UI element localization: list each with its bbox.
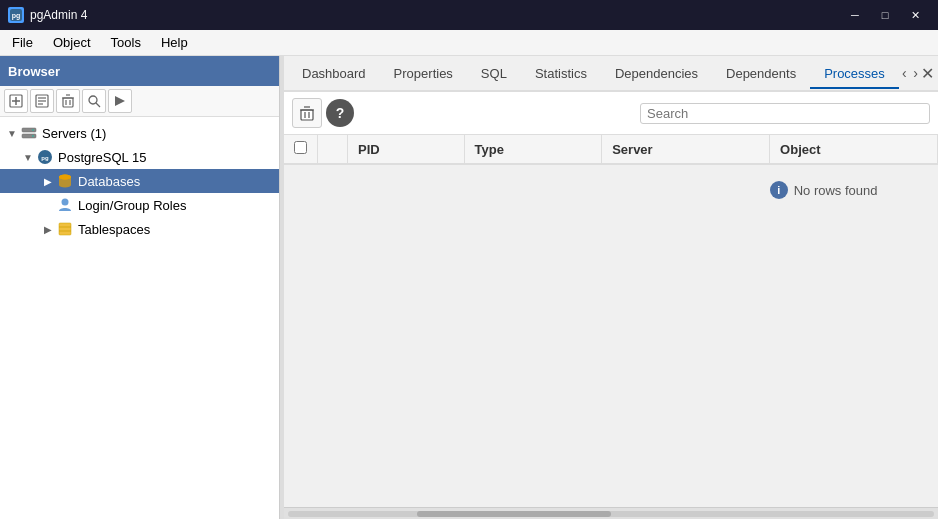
search-input[interactable] (647, 106, 923, 121)
search-button[interactable] (82, 89, 106, 113)
tree-databases[interactable]: ▶ Databases (0, 169, 279, 193)
minimize-button[interactable]: ─ (840, 0, 870, 30)
close-button[interactable]: ✕ (900, 0, 930, 30)
databases-icon (56, 172, 74, 190)
chevron-down-icon-pg: ▼ (20, 152, 36, 163)
tree-postgresql[interactable]: ▼ pg PostgreSQL 15 (0, 145, 279, 169)
col-type: Type (464, 135, 602, 164)
right-panel: Dashboard Properties SQL Statistics Depe… (284, 56, 938, 519)
app-title: pgAdmin 4 (30, 8, 87, 22)
menu-tools[interactable]: Tools (103, 33, 149, 52)
chevron-down-icon: ▼ (4, 128, 20, 139)
postgresql-label: PostgreSQL 15 (58, 150, 146, 165)
delete-object-button[interactable] (56, 89, 80, 113)
sidebar-toolbar (0, 86, 279, 117)
tree-servers[interactable]: ▼ Servers (1) (0, 121, 279, 145)
tab-statistics[interactable]: Statistics (521, 60, 601, 89)
table-header-row: PID Type Server Object (284, 135, 938, 164)
servers-icon (20, 124, 38, 142)
delete-row-button[interactable] (292, 98, 322, 128)
menu-object[interactable]: Object (45, 33, 99, 52)
tab-dependents[interactable]: Dependents (712, 60, 810, 89)
search-box (640, 103, 930, 124)
tab-processes[interactable]: Processes (810, 60, 899, 89)
horizontal-scrollbar[interactable] (284, 507, 938, 519)
processes-table: PID Type Server Object i No rows found (284, 135, 938, 215)
col-checkbox (284, 135, 318, 164)
col-action (318, 135, 348, 164)
window-controls: ─ □ ✕ (840, 0, 930, 30)
table-area: PID Type Server Object i No rows found (284, 135, 938, 507)
no-rows-message: i No rows found (284, 165, 938, 215)
query-button[interactable] (108, 89, 132, 113)
tabs: Dashboard Properties SQL Statistics Depe… (284, 56, 938, 92)
svg-line-15 (96, 103, 100, 107)
chevron-right-icon-ts: ▶ (40, 224, 56, 235)
no-rows-text: No rows found (794, 183, 878, 198)
scrollbar-thumb[interactable] (417, 511, 611, 517)
col-pid: PID (348, 135, 465, 164)
svg-point-14 (89, 96, 97, 104)
svg-rect-26 (59, 223, 71, 235)
properties-button[interactable] (30, 89, 54, 113)
svg-text:pg: pg (12, 12, 21, 20)
servers-label: Servers (1) (42, 126, 106, 141)
titlebar-left: pg pgAdmin 4 (8, 7, 87, 23)
menubar: File Object Tools Help (0, 30, 938, 56)
maximize-button[interactable]: □ (870, 0, 900, 30)
tab-dependencies[interactable]: Dependencies (601, 60, 712, 89)
info-icon: i (770, 181, 788, 199)
browser-title: Browser (8, 64, 60, 79)
tree-roles[interactable]: ▶ Login/Group Roles (0, 193, 279, 217)
tab-dashboard[interactable]: Dashboard (288, 60, 380, 89)
svg-rect-29 (301, 110, 313, 120)
tree-tablespaces[interactable]: ▶ Tablespaces (0, 217, 279, 241)
col-object: Object (770, 135, 938, 164)
svg-point-24 (59, 175, 71, 180)
svg-rect-9 (63, 98, 73, 107)
content-toolbar: ? (284, 92, 938, 135)
databases-label: Databases (78, 174, 140, 189)
sidebar-header: Browser (0, 56, 279, 86)
select-all-checkbox[interactable] (294, 141, 307, 154)
tree: ▼ Servers (1) ▼ pg (0, 117, 279, 519)
add-object-button[interactable] (4, 89, 28, 113)
svg-point-25 (62, 199, 69, 206)
main-layout: Browser (0, 56, 938, 519)
menu-file[interactable]: File (4, 33, 41, 52)
tab-properties[interactable]: Properties (380, 60, 467, 89)
app-icon: pg (8, 7, 24, 23)
chevron-right-icon-db: ▶ (40, 176, 56, 187)
table-row: i No rows found (284, 164, 938, 215)
menu-help[interactable]: Help (153, 33, 196, 52)
sidebar: Browser (0, 56, 280, 519)
col-server: Server (602, 135, 770, 164)
svg-marker-16 (115, 96, 125, 106)
roles-label: Login/Group Roles (78, 198, 186, 213)
svg-point-20 (32, 135, 34, 137)
scrollbar-track[interactable] (288, 511, 934, 517)
tab-sql[interactable]: SQL (467, 60, 521, 89)
tab-prev-button[interactable]: ‹ (899, 61, 910, 85)
tablespaces-label: Tablespaces (78, 222, 150, 237)
svg-text:pg: pg (41, 155, 49, 161)
tablespaces-icon (56, 220, 74, 238)
postgresql-icon: pg (36, 148, 54, 166)
tab-next-button[interactable]: › (910, 61, 921, 85)
svg-point-19 (32, 129, 34, 131)
help-button[interactable]: ? (326, 99, 354, 127)
tab-close-button[interactable]: ✕ (921, 61, 934, 85)
titlebar: pg pgAdmin 4 ─ □ ✕ (0, 0, 938, 30)
spacer-chevron-roles: ▶ (40, 200, 56, 211)
roles-icon (56, 196, 74, 214)
